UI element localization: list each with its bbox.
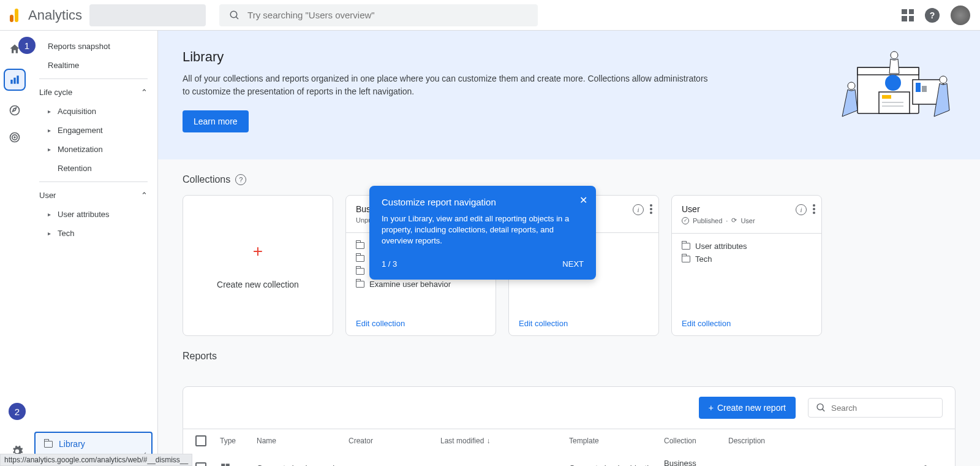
folder-icon xyxy=(682,256,690,262)
callout-badge-1: 1 xyxy=(18,37,36,54)
nav-realtime[interactable]: Realtime xyxy=(29,56,157,75)
row-checkbox[interactable] xyxy=(195,462,206,466)
caret-right-icon: ▸ xyxy=(48,146,54,153)
help-icon[interactable]: ? xyxy=(235,174,246,185)
svg-point-20 xyxy=(848,82,855,90)
edit-collection-link[interactable]: Edit collection xyxy=(356,319,405,328)
nav-user-attributes[interactable]: ▸User attributes xyxy=(29,205,157,224)
logo: Analytics xyxy=(10,7,82,23)
col-description[interactable]: Description xyxy=(728,437,924,445)
svg-rect-25 xyxy=(226,464,230,466)
collection-item: Examine user behavior xyxy=(356,278,486,291)
search-icon xyxy=(816,402,826,413)
svg-point-18 xyxy=(885,75,901,91)
caret-right-icon: ▸ xyxy=(48,211,54,218)
svg-rect-15 xyxy=(882,95,891,99)
svg-point-22 xyxy=(817,404,823,410)
collections-heading: Collections ? xyxy=(183,174,956,185)
folder-icon xyxy=(356,255,364,262)
analytics-logo-icon xyxy=(10,9,23,22)
advertising-icon[interactable] xyxy=(7,130,22,145)
col-modified[interactable]: Last modified↓ xyxy=(440,437,569,445)
check-icon: ✓ xyxy=(682,217,689,224)
folder-icon xyxy=(682,243,690,250)
edit-collection-link[interactable]: Edit collection xyxy=(519,319,568,328)
create-report-button[interactable]: +Create new report xyxy=(699,397,796,419)
reports-toolbar: +Create new report xyxy=(183,386,956,429)
select-all-checkbox[interactable] xyxy=(195,435,206,446)
svg-point-21 xyxy=(940,76,947,83)
table-header: Type Name Creator Last modified↓ Templat… xyxy=(183,429,955,453)
nav-monetization[interactable]: ▸Monetization xyxy=(29,140,157,159)
divider xyxy=(39,181,148,182)
plus-icon: + xyxy=(253,242,263,261)
tooltip-step: 1 / 3 xyxy=(382,259,397,269)
tooltip-next-button[interactable]: NEXT xyxy=(562,259,584,269)
collection-item: Tech xyxy=(682,253,812,265)
reports-search-input[interactable] xyxy=(831,403,935,413)
main-content: Library All of your collections and repo… xyxy=(158,31,980,466)
search-bar[interactable] xyxy=(219,4,538,26)
search-input[interactable] xyxy=(247,10,528,20)
tooltip-text: In your Library, view and edit all repor… xyxy=(382,213,584,247)
svg-rect-2 xyxy=(10,80,12,84)
svg-rect-13 xyxy=(922,86,927,92)
property-selector[interactable] xyxy=(89,4,206,26)
create-collection-label: Create new collection xyxy=(217,280,299,289)
folder-icon xyxy=(44,441,53,448)
row-creator: - xyxy=(349,464,440,467)
nav-group-user[interactable]: User⌃ xyxy=(29,186,157,205)
create-collection-card[interactable]: + Create new collection xyxy=(183,195,333,336)
nav-retention[interactable]: Retention xyxy=(29,159,157,178)
svg-line-23 xyxy=(823,409,825,411)
svg-point-8 xyxy=(14,137,15,138)
browser-status-bar: https://analytics.google.com/analytics/w… xyxy=(0,454,192,466)
more-icon[interactable] xyxy=(813,204,815,215)
svg-rect-10 xyxy=(858,67,919,75)
nav-tech[interactable]: ▸Tech xyxy=(29,224,157,243)
col-creator[interactable]: Creator xyxy=(349,437,440,445)
info-icon[interactable]: i xyxy=(633,204,644,215)
svg-rect-4 xyxy=(17,75,18,83)
card-title: User xyxy=(682,204,812,214)
table-row[interactable]: Generate leads overview - - Generate lea… xyxy=(183,453,955,466)
page-description: All of your collections and reports orga… xyxy=(183,72,715,98)
learn-more-button[interactable]: Learn more xyxy=(183,110,249,132)
row-template: Generate leads objectives xyxy=(569,464,664,467)
app-header: Analytics ? xyxy=(0,0,980,31)
col-name[interactable]: Name xyxy=(257,437,349,445)
col-collection[interactable]: Collection xyxy=(664,437,728,445)
tooltip-title: Customize report navigation xyxy=(382,197,584,207)
close-icon[interactable]: ✕ xyxy=(579,194,587,206)
reports-search[interactable] xyxy=(808,398,943,418)
info-icon[interactable]: i xyxy=(796,204,807,215)
svg-rect-3 xyxy=(13,78,15,84)
svg-point-0 xyxy=(230,11,237,18)
side-panel: Reports snapshot Realtime Life cycle⌃ ▸A… xyxy=(29,31,158,466)
help-icon[interactable]: ? xyxy=(925,8,940,23)
caret-right-icon: ▸ xyxy=(48,108,54,115)
library-button[interactable]: Library xyxy=(34,432,153,456)
nav-group-lifecycle[interactable]: Life cycle⌃ xyxy=(29,83,157,102)
caret-right-icon: ▸ xyxy=(48,230,54,237)
hero-banner: Library All of your collections and repo… xyxy=(158,31,980,159)
explore-icon[interactable] xyxy=(7,103,22,118)
reports-heading: Reports xyxy=(183,351,956,362)
reports-icon[interactable] xyxy=(4,69,26,91)
apps-icon[interactable] xyxy=(902,9,914,21)
more-icon[interactable] xyxy=(650,204,652,215)
edit-collection-link[interactable]: Edit collection xyxy=(682,319,731,328)
user-avatar[interactable] xyxy=(951,6,970,25)
card-status: ✓Published · ⟳User xyxy=(682,216,812,224)
folder-icon xyxy=(356,242,364,249)
col-template[interactable]: Template xyxy=(569,437,664,445)
svg-point-19 xyxy=(891,52,898,59)
nav-reports-snapshot[interactable]: Reports snapshot xyxy=(29,37,157,56)
col-type[interactable]: Type xyxy=(220,437,257,445)
nav-acquisition[interactable]: ▸Acquisition xyxy=(29,102,157,121)
collection-card-user: User ✓Published · ⟳User i User attribute… xyxy=(671,195,822,336)
nav-rail xyxy=(0,31,29,466)
svg-line-1 xyxy=(236,17,238,19)
nav-engagement[interactable]: ▸Engagement xyxy=(29,121,157,140)
folder-icon xyxy=(356,268,364,275)
